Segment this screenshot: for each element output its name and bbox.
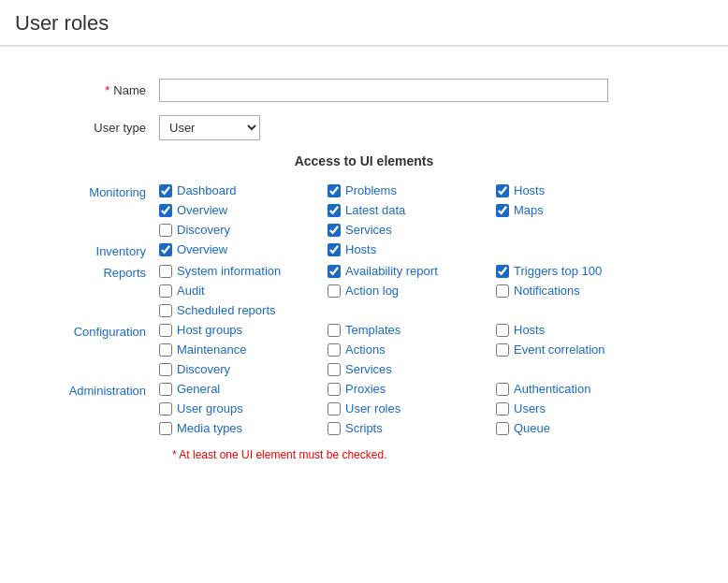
checkbox-problems-label[interactable]: Problems xyxy=(345,183,397,197)
checkbox-general-input[interactable] xyxy=(159,383,172,396)
checkbox-audit-input[interactable] xyxy=(159,284,172,298)
checkbox-availability-report-input[interactable] xyxy=(328,265,341,278)
checkbox-action-log: Action log xyxy=(328,284,496,298)
checkbox-hosts-cfg-label[interactable]: Hosts xyxy=(514,323,545,337)
checkbox-queue-label[interactable]: Queue xyxy=(514,421,550,435)
checkbox-audit-label[interactable]: Audit xyxy=(177,284,205,298)
checkbox-system-info-input[interactable] xyxy=(159,265,172,278)
checkbox-overview-inv-label[interactable]: Overview xyxy=(177,242,227,256)
checkbox-hosts-inv-label[interactable]: Hosts xyxy=(345,242,376,256)
user-type-label: User type xyxy=(28,121,159,135)
checkbox-scripts-label[interactable]: Scripts xyxy=(345,421,383,435)
checkbox-maps-input[interactable] xyxy=(496,204,509,217)
checkbox-dashboard-input[interactable] xyxy=(159,184,172,197)
checkbox-user-roles-input[interactable] xyxy=(328,402,341,415)
checkbox-hosts-inv: Hosts xyxy=(328,242,496,256)
administration-col-3: Authentication Users Queue xyxy=(496,382,664,435)
configuration-col-2: Templates Actions Services xyxy=(328,323,496,376)
checkbox-users-label[interactable]: Users xyxy=(514,401,546,415)
checkbox-system-info-label[interactable]: System information xyxy=(177,264,281,278)
checkbox-services-mon: Services xyxy=(328,223,496,237)
checkbox-availability-report: Availability report xyxy=(328,264,496,278)
checkbox-actions-label[interactable]: Actions xyxy=(345,343,386,357)
checkbox-user-groups-label[interactable]: User groups xyxy=(177,401,243,415)
checkbox-maps: Maps xyxy=(496,203,664,217)
category-label-configuration: Configuration xyxy=(28,323,159,339)
checkbox-overview-inv-input[interactable] xyxy=(159,243,172,256)
checkbox-scheduled-reports-input[interactable] xyxy=(159,304,172,317)
name-input[interactable] xyxy=(159,79,608,102)
checkbox-hosts-mon-input[interactable] xyxy=(496,184,509,197)
reports-col-1: System information Audit Scheduled repor… xyxy=(159,264,328,317)
checkbox-user-groups-input[interactable] xyxy=(159,402,172,415)
checkbox-scripts-input[interactable] xyxy=(328,422,341,435)
checkbox-maintenance-label[interactable]: Maintenance xyxy=(177,343,246,357)
checkbox-audit: Audit xyxy=(159,284,328,298)
name-required: * xyxy=(105,83,109,97)
checkbox-overview-mon-input[interactable] xyxy=(159,204,172,217)
checkbox-templates-input[interactable] xyxy=(328,324,341,337)
inventory-col-1: Overview xyxy=(159,242,328,256)
checkbox-scheduled-reports-label[interactable]: Scheduled reports xyxy=(177,303,276,317)
reports-col-2: Availability report Action log xyxy=(328,264,496,317)
checkbox-dashboard-label[interactable]: Dashboard xyxy=(177,183,237,197)
checkbox-media-types-label[interactable]: Media types xyxy=(177,421,242,435)
checkbox-services-mon-input[interactable] xyxy=(328,224,341,237)
configuration-col-1: Host groups Maintenance Discovery xyxy=(159,323,328,376)
checkbox-hosts-inv-input[interactable] xyxy=(328,243,341,256)
checkbox-queue-input[interactable] xyxy=(496,422,509,435)
category-inventory: Inventory Overview Hosts xyxy=(28,242,700,258)
checkbox-templates-label[interactable]: Templates xyxy=(345,323,400,337)
checkbox-maintenance: Maintenance xyxy=(159,343,328,357)
checkbox-availability-report-label[interactable]: Availability report xyxy=(345,264,438,278)
checkbox-notifications-input[interactable] xyxy=(496,284,509,298)
checkbox-services-cfg-label[interactable]: Services xyxy=(345,362,392,376)
checkbox-event-correlation: Event correlation xyxy=(496,343,664,357)
checkbox-hosts-mon-label[interactable]: Hosts xyxy=(514,183,545,197)
checkbox-media-types-input[interactable] xyxy=(159,422,172,435)
checkbox-discovery-mon-label[interactable]: Discovery xyxy=(177,223,230,237)
checkbox-proxies-label[interactable]: Proxies xyxy=(345,382,386,396)
checkbox-proxies-input[interactable] xyxy=(328,383,341,396)
checkbox-templates: Templates xyxy=(328,323,496,337)
checkbox-services-cfg-input[interactable] xyxy=(328,363,341,376)
checkbox-latest-data-input[interactable] xyxy=(328,204,341,217)
checkbox-maintenance-input[interactable] xyxy=(159,343,172,357)
page-title: User roles xyxy=(0,0,728,46)
access-section-title: Access to UI elements xyxy=(28,153,700,168)
checkbox-users-input[interactable] xyxy=(496,402,509,415)
checkbox-problems-input[interactable] xyxy=(328,184,341,197)
checkbox-authentication-input[interactable] xyxy=(496,383,509,396)
checkbox-event-correlation-input[interactable] xyxy=(496,343,509,357)
checkbox-overview-mon: Overview xyxy=(159,203,328,217)
checkbox-triggers-top100-input[interactable] xyxy=(496,265,509,278)
checkbox-host-groups-label[interactable]: Host groups xyxy=(177,323,242,337)
checkbox-hosts-mon: Hosts xyxy=(496,183,664,197)
checkbox-services-mon-label[interactable]: Services xyxy=(345,223,392,237)
checkbox-authentication-label[interactable]: Authentication xyxy=(514,382,590,396)
checkbox-maps-label[interactable]: Maps xyxy=(514,203,544,217)
checkbox-scheduled-reports: Scheduled reports xyxy=(159,303,328,317)
checkbox-hosts-cfg: Hosts xyxy=(496,323,664,337)
checkbox-overview-mon-label[interactable]: Overview xyxy=(177,203,227,217)
checkbox-action-log-input[interactable] xyxy=(328,284,341,298)
checkbox-user-roles-label[interactable]: User roles xyxy=(345,401,400,415)
checkbox-action-log-label[interactable]: Action log xyxy=(345,284,399,298)
checkbox-user-groups: User groups xyxy=(159,401,328,415)
checkbox-hosts-cfg-input[interactable] xyxy=(496,324,509,337)
checkbox-discovery-cfg-input[interactable] xyxy=(159,363,172,376)
checkbox-discovery-mon-input[interactable] xyxy=(159,224,172,237)
user-type-select[interactable]: User Admin Super admin xyxy=(159,115,260,140)
inventory-items: Overview Hosts xyxy=(159,242,700,256)
category-monitoring: Monitoring Dashboard Overview Discovery xyxy=(28,183,700,237)
checkbox-media-types: Media types xyxy=(159,421,328,435)
checkbox-latest-data-label[interactable]: Latest data xyxy=(345,203,405,217)
checkbox-event-correlation-label[interactable]: Event correlation xyxy=(514,343,605,357)
checkbox-discovery-cfg-label[interactable]: Discovery xyxy=(177,362,230,376)
checkbox-host-groups-input[interactable] xyxy=(159,324,172,337)
checkbox-actions-input[interactable] xyxy=(328,343,341,357)
checkbox-notifications-label[interactable]: Notifications xyxy=(514,284,580,298)
checkbox-general-label[interactable]: General xyxy=(177,382,220,396)
checkbox-triggers-top100-label[interactable]: Triggers top 100 xyxy=(514,264,602,278)
category-label-administration: Administration xyxy=(28,382,159,398)
